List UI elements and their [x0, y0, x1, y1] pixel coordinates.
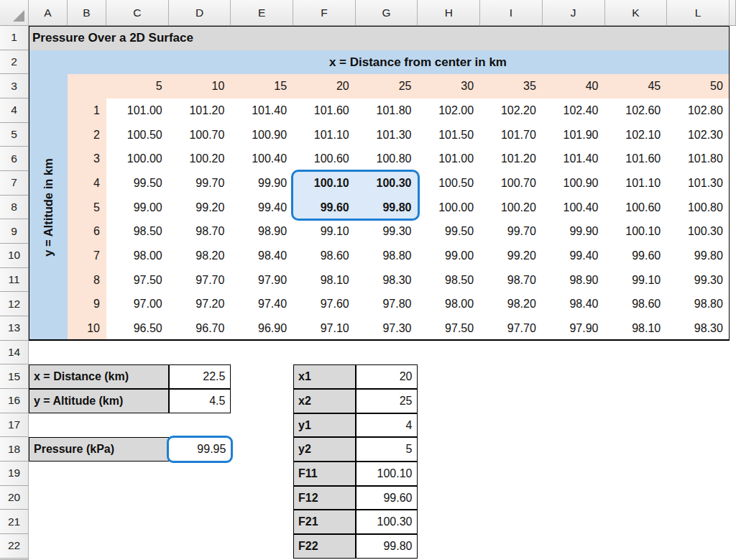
result-label-cell[interactable]: Pressure (kPa) [29, 437, 169, 462]
highlighted-pressure-cell[interactable]: 100.10 [293, 171, 356, 196]
pressure-cell[interactable]: 98.70 [480, 268, 543, 293]
input-label-cell[interactable]: x = Distance (km) [29, 364, 169, 389]
select-all-corner[interactable] [0, 0, 29, 26]
pressure-cell[interactable]: 102.00 [418, 98, 480, 123]
column-header-H[interactable]: H [418, 0, 480, 26]
pressure-cell[interactable]: 98.80 [356, 244, 418, 268]
pressure-cell[interactable]: 99.70 [480, 219, 543, 244]
pressure-cell[interactable]: 101.00 [418, 147, 480, 171]
interp-label-cell[interactable]: F11 [293, 462, 356, 486]
pressure-cell[interactable]: 100.90 [231, 123, 293, 147]
pressure-cell[interactable]: 99.30 [356, 219, 418, 244]
pressure-cell[interactable]: 98.40 [231, 244, 293, 268]
y-value-cell[interactable]: 4 [68, 171, 106, 196]
interp-value-cell[interactable]: 4 [356, 413, 418, 438]
pressure-cell[interactable]: 100.00 [106, 147, 169, 171]
pressure-cell[interactable]: 98.00 [106, 244, 169, 268]
input-label-cell[interactable]: y = Altitude (km) [29, 389, 169, 413]
interp-value-cell[interactable]: 20 [356, 364, 418, 389]
row-header-18[interactable]: 18 [0, 437, 29, 462]
pressure-cell[interactable]: 96.50 [106, 316, 169, 341]
interp-label-cell[interactable]: y2 [293, 437, 356, 462]
interp-value-cell[interactable]: 100.10 [356, 462, 418, 486]
x-value-cell[interactable]: 50 [667, 74, 730, 98]
row-header-15[interactable]: 15 [0, 364, 29, 389]
column-header-L[interactable]: L [667, 0, 730, 26]
row-header-4[interactable]: 4 [0, 98, 29, 123]
pressure-cell[interactable]: 98.90 [231, 219, 293, 244]
row-header-9[interactable]: 9 [0, 219, 29, 244]
pressure-cell[interactable]: 100.00 [418, 196, 480, 220]
pressure-cell[interactable]: 99.30 [667, 268, 730, 293]
pressure-cell[interactable]: 99.00 [418, 244, 480, 268]
pressure-cell[interactable]: 99.20 [480, 244, 543, 268]
y-value-cell[interactable]: 8 [68, 268, 106, 293]
pressure-cell[interactable]: 97.80 [356, 292, 418, 316]
pressure-cell[interactable]: 101.70 [480, 123, 543, 147]
row-header-19[interactable]: 19 [0, 462, 29, 486]
pressure-cell[interactable]: 101.60 [293, 98, 356, 123]
y-value-cell[interactable]: 2 [68, 123, 106, 147]
row-header-7[interactable]: 7 [0, 171, 29, 196]
interp-value-cell[interactable]: 99.60 [356, 486, 418, 510]
pressure-cell[interactable]: 98.90 [543, 268, 605, 293]
x-value-cell[interactable]: 5 [106, 74, 169, 98]
pressure-cell[interactable]: 98.10 [605, 316, 668, 341]
pressure-cell[interactable]: 97.30 [356, 316, 418, 341]
pressure-cell[interactable]: 97.70 [480, 316, 543, 341]
pressure-cell[interactable]: 98.40 [543, 292, 605, 316]
interp-label-cell[interactable]: x2 [293, 389, 356, 413]
sheet-title-cell[interactable]: Pressure Over a 2D Surface [29, 26, 730, 50]
highlighted-pressure-cell[interactable]: 99.60 [293, 196, 356, 220]
pressure-cell[interactable]: 98.30 [667, 316, 730, 341]
x-value-cell[interactable]: 30 [418, 74, 480, 98]
x-value-cell[interactable]: 35 [480, 74, 543, 98]
pressure-cell[interactable]: 101.60 [605, 147, 668, 171]
row-header-12[interactable]: 12 [0, 292, 29, 316]
pressure-cell[interactable]: 102.40 [543, 98, 605, 123]
pressure-cell[interactable]: 100.60 [605, 196, 668, 220]
pressure-cell[interactable]: 100.50 [106, 123, 169, 147]
row-header-22[interactable]: 22 [0, 534, 29, 559]
pressure-cell[interactable]: 98.50 [106, 219, 169, 244]
pressure-cell[interactable]: 101.80 [667, 147, 730, 171]
row-header-16[interactable]: 16 [0, 389, 29, 413]
pressure-cell[interactable]: 101.20 [480, 147, 543, 171]
row-header-2[interactable]: 2 [0, 50, 29, 75]
interp-label-cell[interactable]: F22 [293, 534, 356, 559]
interp-label-cell[interactable]: F12 [293, 486, 356, 510]
pressure-cell[interactable]: 100.10 [605, 219, 668, 244]
interp-label-cell[interactable]: y1 [293, 413, 356, 438]
row-header-21[interactable]: 21 [0, 510, 29, 534]
pressure-cell[interactable]: 97.20 [169, 292, 231, 316]
pressure-cell[interactable]: 101.30 [356, 123, 418, 147]
column-header-B[interactable]: B [68, 0, 106, 26]
row-header-11[interactable]: 11 [0, 268, 29, 293]
pressure-cell[interactable]: 98.30 [356, 268, 418, 293]
column-header-F[interactable]: F [293, 0, 356, 26]
column-header-C[interactable]: C [106, 0, 169, 26]
pressure-cell[interactable]: 100.30 [667, 219, 730, 244]
pressure-cell[interactable]: 100.70 [169, 123, 231, 147]
pressure-result-cell[interactable]: 99.95 [167, 436, 234, 463]
pressure-cell[interactable]: 99.90 [543, 219, 605, 244]
pressure-cell[interactable]: 101.90 [543, 123, 605, 147]
pressure-cell[interactable]: 100.20 [169, 147, 231, 171]
pressure-cell[interactable]: 98.70 [169, 219, 231, 244]
y-value-cell[interactable]: 1 [68, 98, 106, 123]
pressure-cell[interactable]: 101.80 [356, 98, 418, 123]
column-header-A[interactable]: A [29, 0, 68, 26]
pressure-cell[interactable]: 96.70 [169, 316, 231, 341]
pressure-cell[interactable]: 100.20 [480, 196, 543, 220]
pressure-cell[interactable]: 98.60 [605, 292, 668, 316]
pressure-cell[interactable]: 101.40 [543, 147, 605, 171]
pressure-cell[interactable]: 98.20 [480, 292, 543, 316]
pressure-cell[interactable]: 97.70 [169, 268, 231, 293]
pressure-cell[interactable]: 97.10 [293, 316, 356, 341]
pressure-cell[interactable]: 99.80 [667, 244, 730, 268]
pressure-cell[interactable]: 97.50 [418, 316, 480, 341]
row-header-10[interactable]: 10 [0, 244, 29, 268]
pressure-cell[interactable]: 100.40 [231, 147, 293, 171]
pressure-cell[interactable]: 99.00 [106, 196, 169, 220]
pressure-cell[interactable]: 99.60 [605, 244, 668, 268]
